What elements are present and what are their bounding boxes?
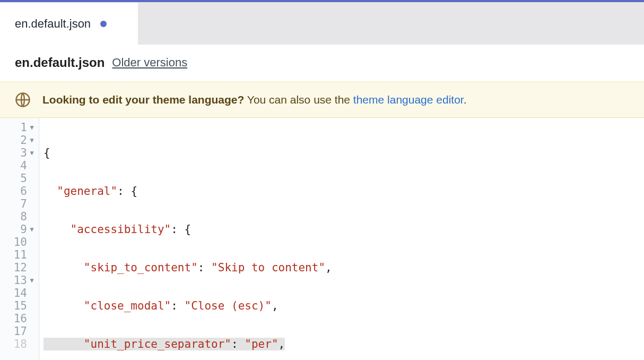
code-line-highlighted: "unit_price_separator": "per", [43, 338, 644, 350]
older-versions-link[interactable]: Older versions [112, 56, 187, 70]
gutter-line: 15 [3, 299, 37, 312]
code-line: "general": { [43, 185, 644, 198]
gutter-line: 8 [3, 210, 37, 223]
banner-plain: You can also use the [244, 93, 353, 106]
tab-title: en.default.json [15, 17, 91, 31]
code-line: "close_modal": "Close (esc)", [43, 299, 644, 312]
banner-after: . [464, 93, 467, 106]
tab-strip: en.default.json [0, 2, 644, 45]
file-name: en.default.json [15, 55, 105, 70]
gutter-line: 6 [3, 185, 37, 198]
gutter-line: 14 [3, 287, 37, 299]
theme-language-editor-link[interactable]: theme language editor [353, 93, 464, 106]
gutter-line: 9▼ [3, 223, 37, 236]
fold-icon[interactable]: ▼ [28, 274, 36, 287]
gutter-line: 10 [3, 236, 37, 248]
code-line: { [43, 147, 644, 159]
gutter-line: 17 [3, 325, 37, 338]
gutter-line: 3▼ [3, 147, 37, 159]
gutter-line: 13▼ [3, 274, 37, 287]
banner-bold: Looking to edit your theme language? [42, 93, 244, 106]
gutter-line: 5 [3, 172, 37, 185]
fold-icon[interactable]: ▼ [28, 223, 36, 236]
fold-icon[interactable]: ▼ [28, 121, 36, 134]
fold-icon[interactable]: ▼ [28, 147, 36, 159]
gutter-line: 1▼ [3, 121, 37, 134]
gutter-line: 18 [3, 338, 37, 350]
file-subheader: en.default.json Older versions [0, 45, 644, 82]
file-tab[interactable]: en.default.json [0, 2, 138, 45]
gutter-line: 11 [3, 248, 37, 261]
unsaved-indicator-icon [100, 21, 107, 27]
banner-text: Looking to edit your theme language? You… [42, 93, 467, 106]
info-banner: Looking to edit your theme language? You… [0, 82, 644, 118]
gutter-line: 4 [3, 159, 37, 172]
line-gutter: 1▼ 2▼ 3▼ 4 5 6 7 8 9▼ 10 11 12 13▼ 14 15… [0, 118, 39, 360]
code-content[interactable]: { "general": { "accessibility": { "skip_… [39, 118, 644, 360]
gutter-line: 12 [3, 261, 37, 274]
code-editor[interactable]: 1▼ 2▼ 3▼ 4 5 6 7 8 9▼ 10 11 12 13▼ 14 15… [0, 118, 644, 360]
globe-icon [15, 92, 31, 108]
code-line: "skip_to_content": "Skip to content", [43, 261, 644, 274]
gutter-line: 16 [3, 312, 37, 325]
code-line: "accessibility": { [43, 223, 644, 236]
gutter-line: 7 [3, 198, 37, 210]
fold-icon[interactable]: ▼ [28, 134, 36, 147]
gutter-line: 2▼ [3, 134, 37, 147]
